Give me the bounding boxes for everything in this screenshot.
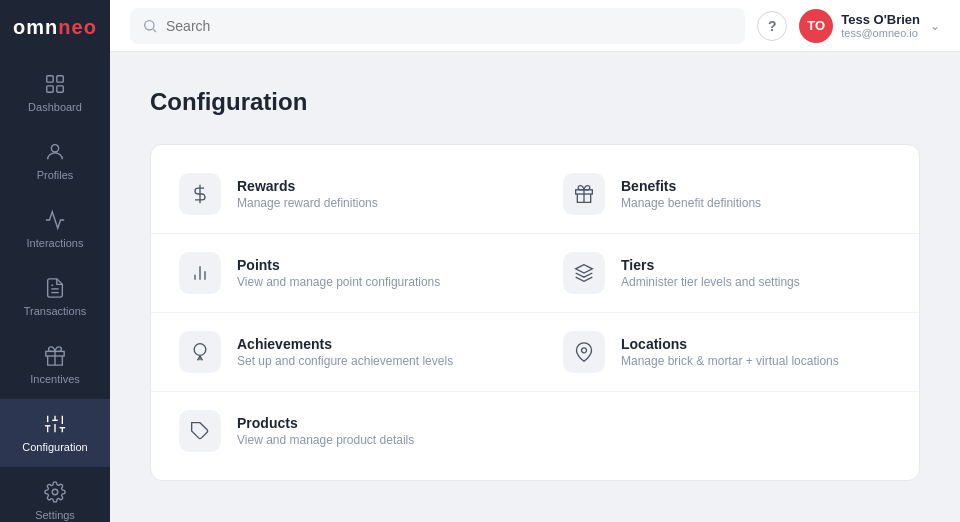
achievements-text: Achievements Set up and configure achiev…: [237, 336, 453, 368]
sidebar-item-transactions[interactable]: Transactions: [0, 263, 110, 331]
chevron-down-icon: ⌄: [930, 19, 940, 33]
svg-point-19: [145, 20, 154, 29]
config-item-locations[interactable]: Locations Manage brick & mortar + virtua…: [535, 313, 919, 392]
svg-rect-3: [57, 86, 63, 92]
award-icon: [190, 342, 210, 362]
header: ? TO Tess O'Brien tess@omneo.io ⌄: [110, 0, 960, 52]
sidebar-item-transactions-label: Transactions: [24, 305, 87, 317]
sidebar-item-interactions[interactable]: Interactions: [0, 195, 110, 263]
header-right: ? TO Tess O'Brien tess@omneo.io ⌄: [757, 9, 940, 43]
logo: omnneo: [0, 0, 110, 59]
products-icon-wrap: [179, 410, 221, 452]
activity-icon: [44, 209, 66, 231]
products-title: Products: [237, 415, 414, 431]
achievements-desc: Set up and configure achievement levels: [237, 354, 453, 368]
sliders-icon: [44, 413, 66, 435]
sidebar-item-settings-label: Settings: [35, 509, 75, 521]
logo-omn: omn: [13, 16, 58, 38]
sidebar-item-incentives[interactable]: Incentives: [0, 331, 110, 399]
dollar-sign-icon: [190, 184, 210, 204]
rewards-title: Rewards: [237, 178, 378, 194]
svg-point-28: [194, 344, 206, 356]
config-item-achievements[interactable]: Achievements Set up and configure achiev…: [151, 313, 535, 392]
user-email: tess@omneo.io: [841, 27, 920, 39]
search-box[interactable]: [130, 8, 745, 44]
achievements-icon-wrap: [179, 331, 221, 373]
sidebar-item-settings[interactable]: Settings: [0, 467, 110, 522]
benefits-title: Benefits: [621, 178, 761, 194]
search-input[interactable]: [166, 18, 733, 34]
points-icon-wrap: [179, 252, 221, 294]
config-item-rewards[interactable]: Rewards Manage reward definitions: [151, 155, 535, 234]
svg-rect-1: [57, 76, 63, 82]
points-title: Points: [237, 257, 440, 273]
sidebar-item-interactions-label: Interactions: [27, 237, 84, 249]
svg-point-4: [51, 145, 58, 152]
settings-icon: [44, 481, 66, 503]
tiers-text: Tiers Administer tier levels and setting…: [621, 257, 800, 289]
user-name: Tess O'Brien: [841, 12, 920, 27]
benefits-icon-wrap: [563, 173, 605, 215]
config-item-tiers[interactable]: Tiers Administer tier levels and setting…: [535, 234, 919, 313]
sidebar-item-configuration[interactable]: Configuration: [0, 399, 110, 467]
svg-point-18: [52, 489, 58, 495]
file-text-icon: [44, 277, 66, 299]
config-item-benefits[interactable]: Benefits Manage benefit definitions: [535, 155, 919, 234]
svg-point-30: [582, 348, 587, 353]
sidebar-item-incentives-label: Incentives: [30, 373, 80, 385]
gift-box-icon: [574, 184, 594, 204]
locations-title: Locations: [621, 336, 839, 352]
rewards-desc: Manage reward definitions: [237, 196, 378, 210]
benefits-text: Benefits Manage benefit definitions: [621, 178, 761, 210]
layers-icon: [574, 263, 594, 283]
products-desc: View and manage product details: [237, 433, 414, 447]
svg-marker-27: [576, 265, 593, 273]
locations-text: Locations Manage brick & mortar + virtua…: [621, 336, 839, 368]
user-info: Tess O'Brien tess@omneo.io: [841, 12, 920, 39]
rewards-text: Rewards Manage reward definitions: [237, 178, 378, 210]
config-item-points[interactable]: Points View and manage point configurati…: [151, 234, 535, 313]
locations-desc: Manage brick & mortar + virtual location…: [621, 354, 839, 368]
benefits-desc: Manage benefit definitions: [621, 196, 761, 210]
page-title: Configuration: [150, 88, 920, 116]
sidebar-item-configuration-label: Configuration: [22, 441, 87, 453]
grid-icon: [44, 73, 66, 95]
tiers-icon-wrap: [563, 252, 605, 294]
config-card: Rewards Manage reward definitions Benefi…: [150, 144, 920, 481]
tiers-desc: Administer tier levels and settings: [621, 275, 800, 289]
svg-line-20: [153, 29, 156, 32]
bar-chart-icon: [190, 263, 210, 283]
sidebar-item-dashboard[interactable]: Dashboard: [0, 59, 110, 127]
tag-icon: [190, 421, 210, 441]
sidebar-item-profiles[interactable]: Profiles: [0, 127, 110, 195]
points-desc: View and manage point configurations: [237, 275, 440, 289]
products-text: Products View and manage product details: [237, 415, 414, 447]
help-button[interactable]: ?: [757, 11, 787, 41]
points-text: Points View and manage point configurati…: [237, 257, 440, 289]
tiers-title: Tiers: [621, 257, 800, 273]
sidebar-item-dashboard-label: Dashboard: [28, 101, 82, 113]
map-pin-icon: [574, 342, 594, 362]
svg-rect-2: [47, 86, 53, 92]
sidebar: omnneo Dashboard Profiles Interactions T…: [0, 0, 110, 522]
logo-neo: neo: [58, 16, 97, 38]
user-icon: [44, 141, 66, 163]
config-grid: Rewards Manage reward definitions Benefi…: [151, 155, 919, 470]
user-profile[interactable]: TO Tess O'Brien tess@omneo.io ⌄: [799, 9, 940, 43]
svg-rect-0: [47, 76, 53, 82]
rewards-icon-wrap: [179, 173, 221, 215]
sidebar-item-profiles-label: Profiles: [37, 169, 74, 181]
locations-icon-wrap: [563, 331, 605, 373]
gift-icon: [44, 345, 66, 367]
main-area: ? TO Tess O'Brien tess@omneo.io ⌄ Config…: [110, 0, 960, 522]
avatar: TO: [799, 9, 833, 43]
search-icon: [142, 18, 158, 34]
content-area: Configuration Rewards Manage reward defi…: [110, 52, 960, 522]
achievements-title: Achievements: [237, 336, 453, 352]
config-item-products[interactable]: Products View and manage product details: [151, 392, 535, 470]
